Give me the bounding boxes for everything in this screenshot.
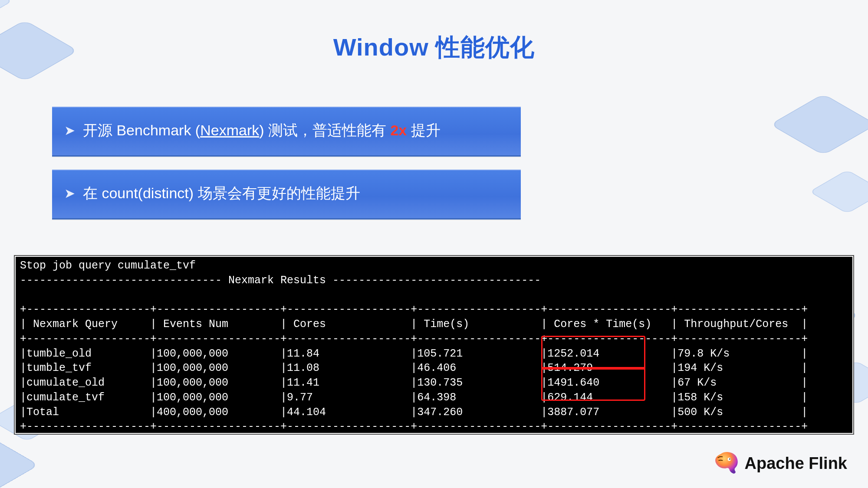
terminal-output: Stop job query cumulate_tvf ------------… [17, 259, 851, 431]
bullet-text-1: 开源 Benchmark (Nexmark) 测试，普适性能有 2x 提升 [83, 121, 441, 141]
chevron-right-icon: ➤ [64, 186, 75, 201]
bullet-1-suffix: 提升 [407, 122, 440, 138]
bullet-1-link: Nexmark [200, 122, 259, 138]
terminal-panel: Stop job query cumulate_tvf ------------… [14, 255, 854, 435]
bullet-item-1: ➤ 开源 Benchmark (Nexmark) 测试，普适性能有 2x 提升 [52, 107, 521, 157]
slide-title: Window 性能优化 [0, 31, 868, 64]
flink-logo-icon [713, 452, 739, 475]
bullet-item-2: ➤ 在 count(distinct) 场景会有更好的性能提升 [52, 170, 521, 219]
bullet-1-highlight: 2x [390, 122, 407, 138]
bullet-list: ➤ 开源 Benchmark (Nexmark) 测试，普适性能有 2x 提升 … [52, 107, 521, 233]
svg-point-1 [729, 459, 730, 460]
bullet-1-mid: ) 测试，普适性能有 [259, 122, 390, 138]
bullet-1-prefix: 开源 Benchmark ( [83, 122, 200, 138]
bullet-text-2: 在 count(distinct) 场景会有更好的性能提升 [83, 183, 360, 203]
brand-footer: Apache Flink [713, 452, 848, 475]
brand-name: Apache Flink [745, 454, 848, 473]
chevron-right-icon: ➤ [64, 123, 75, 138]
